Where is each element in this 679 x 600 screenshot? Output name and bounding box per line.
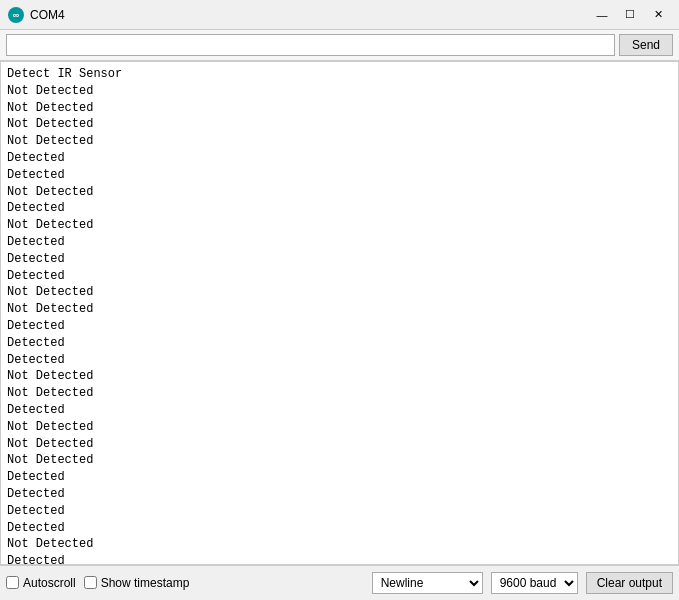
serial-output[interactable]: Detect IR SensorNot DetectedNot Detected… [0, 61, 679, 565]
list-item: Detect IR Sensor [7, 66, 672, 83]
serial-input[interactable] [6, 34, 615, 56]
list-item: Not Detected [7, 419, 672, 436]
show-timestamp-group: Show timestamp [84, 576, 190, 590]
list-item: Not Detected [7, 368, 672, 385]
list-item: Not Detected [7, 100, 672, 117]
arduino-logo: ∞ [8, 7, 24, 23]
arduino-icon: ∞ [8, 7, 24, 23]
list-item: Not Detected [7, 116, 672, 133]
list-item: Detected [7, 503, 672, 520]
maximize-button[interactable]: ☐ [617, 5, 643, 25]
list-item: Not Detected [7, 385, 672, 402]
list-item: Detected [7, 167, 672, 184]
autoscroll-checkbox[interactable] [6, 576, 19, 589]
list-item: Not Detected [7, 184, 672, 201]
list-item: Detected [7, 251, 672, 268]
list-item: Not Detected [7, 83, 672, 100]
list-item: Not Detected [7, 217, 672, 234]
newline-select[interactable]: Newline No line ending Carriage return B… [372, 572, 483, 594]
clear-output-button[interactable]: Clear output [586, 572, 673, 594]
list-item: Detected [7, 318, 672, 335]
status-bar: Autoscroll Show timestamp Newline No lin… [0, 565, 679, 599]
list-item: Detected [7, 553, 672, 565]
show-timestamp-label[interactable]: Show timestamp [101, 576, 190, 590]
list-item: Detected [7, 150, 672, 167]
send-button[interactable]: Send [619, 34, 673, 56]
list-item: Not Detected [7, 133, 672, 150]
window-controls: — ☐ ✕ [589, 5, 671, 25]
list-item: Detected [7, 352, 672, 369]
title-bar: ∞ COM4 — ☐ ✕ [0, 0, 679, 30]
list-item: Detected [7, 268, 672, 285]
list-item: Not Detected [7, 301, 672, 318]
list-item: Detected [7, 486, 672, 503]
autoscroll-label[interactable]: Autoscroll [23, 576, 76, 590]
list-item: Detected [7, 335, 672, 352]
minimize-button[interactable]: — [589, 5, 615, 25]
list-item: Not Detected [7, 284, 672, 301]
list-item: Not Detected [7, 452, 672, 469]
list-item: Detected [7, 469, 672, 486]
show-timestamp-checkbox[interactable] [84, 576, 97, 589]
window-title: COM4 [30, 8, 589, 22]
list-item: Not Detected [7, 436, 672, 453]
baud-select[interactable]: 9600 baud 300 1200 2400 4800 19200 38400… [491, 572, 578, 594]
list-item: Not Detected [7, 536, 672, 553]
list-item: Detected [7, 234, 672, 251]
list-item: Detected [7, 402, 672, 419]
list-item: Detected [7, 200, 672, 217]
autoscroll-group: Autoscroll [6, 576, 76, 590]
close-button[interactable]: ✕ [645, 5, 671, 25]
toolbar: Send [0, 30, 679, 61]
list-item: Detected [7, 520, 672, 537]
